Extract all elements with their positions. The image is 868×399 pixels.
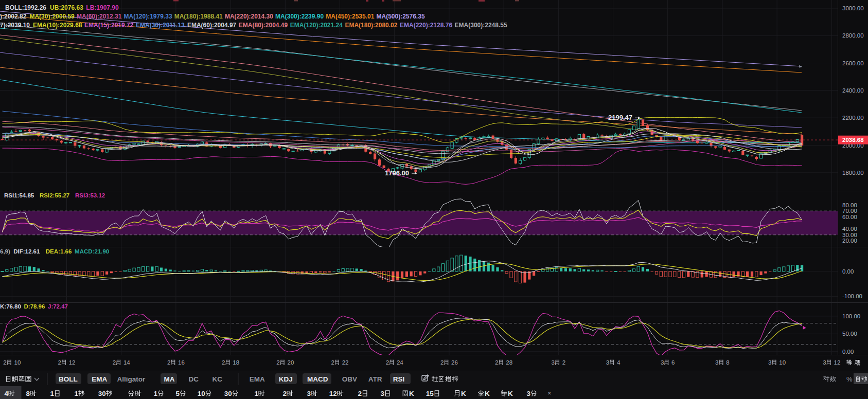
svg-text:6: 6 [671,359,675,366]
svg-text:3: 3 [381,390,385,397]
svg-text:1800.00: 1800.00 [842,170,864,176]
svg-text:40.00: 40.00 [842,226,857,232]
svg-text:DC: DC [189,375,199,383]
svg-text:EMA(80):2004.49: EMA(80):2004.49 [239,22,288,29]
svg-text:80.00: 80.00 [842,202,857,208]
svg-text:2: 2 [283,390,287,397]
svg-text:12: 12 [834,359,841,366]
svg-text:30: 30 [224,390,232,397]
svg-text:×: × [547,389,552,397]
svg-text:KC: KC [212,375,223,383]
svg-text:EMA(300):2248.55: EMA(300):2248.55 [455,22,507,29]
svg-text:EMA(60):2004.97: EMA(60):2004.97 [187,22,237,29]
svg-text:2600.00: 2600.00 [842,60,864,66]
svg-text:7):2039.10: 7):2039.10 [0,22,30,29]
svg-text:2200.00: 2200.00 [842,115,864,121]
svg-text:MA(500):2576.35: MA(500):2576.35 [377,13,425,20]
svg-text:%: % [846,375,853,383]
svg-text:2: 2 [113,359,116,366]
svg-text:2: 2 [167,359,170,366]
svg-text:MACD:21.90: MACD:21.90 [75,248,109,255]
svg-text:MA: MA [164,375,175,383]
svg-text:50.00: 50.00 [842,331,857,337]
svg-text:2199.47: 2199.47 [608,114,632,121]
svg-text:MA(60):2012.31: MA(60):2012.31 [77,13,122,20]
svg-text:28: 28 [506,359,512,366]
svg-text:DEA:1.66: DEA:1.66 [46,248,72,255]
svg-text:22: 22 [342,359,349,366]
svg-text:RSI1:54.85: RSI1:54.85 [4,192,34,198]
svg-text:3: 3 [715,359,718,366]
svg-text:12: 12 [69,359,76,366]
svg-text:MA(120):1979.33: MA(120):1979.33 [124,13,172,20]
svg-text:LB:1907.90: LB:1907.90 [86,4,119,11]
svg-text:3: 3 [552,359,555,366]
svg-text:1796.00: 1796.00 [385,169,409,177]
svg-text:4: 4 [617,359,621,366]
svg-text:30.00: 30.00 [842,232,857,238]
svg-text:3: 3 [527,390,531,397]
svg-text:K: K [409,390,414,397]
svg-text:16: 16 [178,359,185,366]
svg-text:24: 24 [397,359,403,366]
svg-text:2: 2 [440,359,444,366]
svg-text:MACD: MACD [307,375,328,383]
svg-text:0.00: 0.00 [842,268,854,275]
svg-text:0.00: 0.00 [842,349,854,355]
svg-text:2: 2 [358,390,362,397]
svg-text:K: K [485,390,490,397]
svg-text:2: 2 [562,359,565,366]
svg-text:10: 10 [14,359,21,366]
svg-text:EMA(220):2128.76: EMA(220):2128.76 [400,22,452,29]
svg-text:D:78.96: D:78.96 [24,303,45,310]
svg-text:2: 2 [331,359,334,366]
svg-text:3: 3 [661,359,664,366]
svg-text:MA(300):2239.90: MA(300):2239.90 [275,13,324,20]
svg-text:1: 1 [154,390,158,397]
svg-text:EMA: EMA [92,375,107,383]
svg-text:1: 1 [50,390,55,397]
svg-text:KDJ: KDJ [279,375,293,383]
svg-text:MA(180):1988.41: MA(180):1988.41 [174,13,223,20]
svg-text:):2002.82: ):2002.82 [0,13,27,20]
svg-text:2038.68: 2038.68 [842,137,864,143]
svg-text:EMA(15):2019.72: EMA(15):2019.72 [84,22,134,29]
svg-text:100.00: 100.00 [842,313,860,319]
svg-text:-100.00: -100.00 [842,293,862,299]
svg-text:BOLL:1992.26: BOLL:1992.26 [5,4,46,11]
svg-text:10: 10 [198,390,205,397]
svg-text:60.00: 60.00 [842,214,857,220]
svg-text:12: 12 [329,390,337,397]
svg-text:10: 10 [779,359,786,366]
svg-text:3000.00: 3000.00 [842,5,864,11]
svg-text:3: 3 [606,359,609,366]
svg-text:EMA(120):2021.24: EMA(120):2021.24 [290,22,343,29]
svg-text:K: K [461,390,466,397]
svg-text:MA(220):2014.30: MA(220):2014.30 [225,13,273,20]
svg-text:2: 2 [276,359,279,366]
svg-text:70.00: 70.00 [842,208,857,214]
svg-text:3: 3 [823,359,826,366]
svg-text:30: 30 [98,390,106,397]
svg-text:2400.00: 2400.00 [842,87,864,94]
svg-text:3: 3 [307,390,311,397]
svg-text:20.00: 20.00 [842,238,857,244]
svg-text:RSI3:53.12: RSI3:53.12 [75,192,105,198]
svg-text:MA(30):2000.59: MA(30):2000.59 [29,13,75,20]
svg-text:18: 18 [233,359,239,366]
svg-text:EMA(30):2011.13: EMA(30):2011.13 [136,22,185,29]
svg-text:2: 2 [495,359,498,366]
svg-text:J:72.47: J:72.47 [48,303,68,310]
svg-text:2: 2 [3,359,6,366]
svg-text:MA(450):2535.01: MA(450):2535.01 [326,13,374,20]
svg-text:2800.00: 2800.00 [842,32,864,39]
svg-text:EMA(180):2080.02: EMA(180):2080.02 [345,22,397,29]
svg-text:2: 2 [58,359,61,366]
svg-text:K: K [508,390,513,397]
svg-text:14: 14 [123,359,130,366]
svg-text:8: 8 [726,359,729,366]
svg-text:20: 20 [288,359,294,366]
svg-text:UB:2076.63: UB:2076.63 [50,4,83,11]
svg-text:15: 15 [426,390,434,397]
svg-text:EMA(10):2029.68: EMA(10):2029.68 [33,22,82,29]
